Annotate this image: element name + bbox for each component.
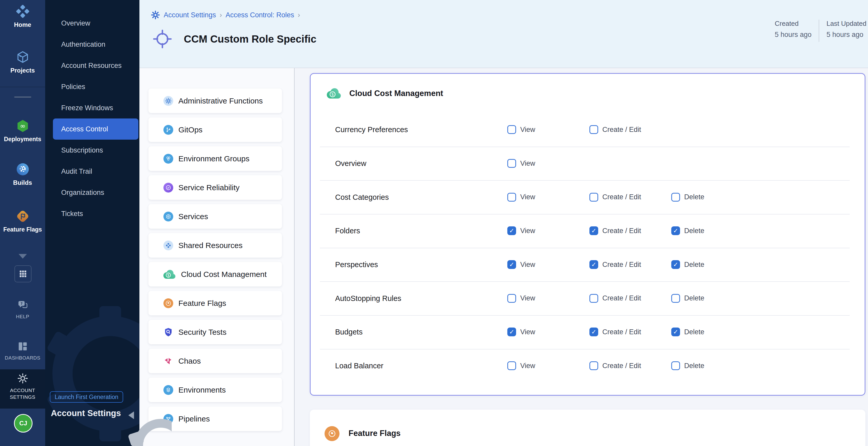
resource-group-label: Environments	[178, 386, 226, 394]
permission-resource-name: Currency Preferences	[335, 125, 408, 134]
sidebar-item-policies[interactable]: Policies	[45, 76, 140, 97]
service-reliability-icon	[163, 183, 173, 193]
ccm-cloud-icon: $	[327, 88, 342, 99]
cloud-cost-management-permissions-card: $ Cloud Cost Management Currency Prefere…	[310, 73, 865, 396]
next-card-title: Feature Flags	[348, 429, 401, 438]
checkbox-budgets-view[interactable]	[507, 327, 516, 336]
permission-cell-view: View	[507, 327, 535, 336]
checkbox-label: Create / Edit	[602, 126, 641, 134]
launch-first-generation-button[interactable]: Launch First Generation	[50, 391, 123, 403]
checkbox-perspectives-delete[interactable]	[671, 260, 680, 269]
feature-flags-permissions-card: Feature Flags	[310, 410, 865, 446]
permission-row-budgets: BudgetsViewCreate / EditDelete	[311, 315, 865, 349]
sidebar-footer-title: Account Settings	[51, 408, 121, 418]
resource-group-gitops[interactable]: GitOps	[149, 118, 282, 142]
permission-cell-delete: Delete	[671, 361, 704, 370]
last-updated-label: Last Updated	[827, 20, 866, 28]
checkbox-budgets-create-edit[interactable]	[589, 327, 598, 336]
sidebar-item-freeze-windows[interactable]: Freeze Windows	[45, 97, 140, 119]
resource-group-label: Chaos	[178, 357, 201, 365]
rail-item-feature-flags[interactable]: Feature Flags	[0, 210, 45, 233]
created-meta: Created 5 hours ago	[775, 20, 812, 39]
last-updated-value: 5 hours ago	[827, 31, 866, 39]
resource-group-administrative-functions[interactable]: Administrative Functions	[149, 89, 282, 113]
permission-cell-view: View	[507, 193, 535, 201]
checkbox-folders-create-edit[interactable]	[589, 226, 598, 235]
ccm-cloud-icon: $	[163, 270, 176, 279]
breadcrumb-link-access-control-roles[interactable]: Access Control: Roles	[226, 11, 294, 19]
permission-cell-create-edit: Create / Edit	[589, 226, 641, 235]
checkbox-cost-categories-delete[interactable]	[671, 193, 680, 201]
svg-text:?: ?	[21, 301, 23, 306]
checkbox-load-balancer-delete[interactable]	[671, 361, 680, 370]
resource-group-services[interactable]: Services	[149, 204, 282, 229]
rail-item-projects[interactable]: Projects	[0, 50, 45, 74]
rail-item-builds[interactable]: Builds	[0, 163, 45, 186]
permission-row-autostopping-rules: AutoStopping RulesViewCreate / EditDelet…	[311, 281, 865, 315]
sidebar-item-subscriptions[interactable]: Subscriptions	[45, 140, 140, 161]
resource-group-chaos[interactable]: Chaos	[149, 349, 282, 373]
checkbox-folders-delete[interactable]	[671, 226, 680, 235]
last-updated-meta: Last Updated 5 hours ago	[827, 20, 866, 39]
checkbox-budgets-delete[interactable]	[671, 327, 680, 336]
checkbox-currency-preferences-create-edit[interactable]	[589, 125, 598, 134]
permission-resource-name: Perspectives	[335, 260, 378, 269]
sidebar-item-organizations[interactable]: Organizations	[45, 182, 140, 203]
sidebar-collapse-arrow-icon[interactable]	[128, 411, 134, 419]
resource-group-environment-groups[interactable]: Environment Groups	[149, 146, 282, 171]
checkbox-label: View	[520, 362, 535, 370]
harness-home-icon	[16, 5, 29, 18]
permission-cell-view: View	[507, 294, 535, 303]
breadcrumb-link-account-settings[interactable]: Account Settings	[164, 11, 216, 19]
checkbox-cost-categories-view[interactable]	[507, 193, 516, 201]
checkbox-folders-view[interactable]	[507, 226, 516, 235]
rail-item-deployments[interactable]: ∞ Deployments	[0, 119, 45, 143]
checkbox-cost-categories-create-edit[interactable]	[589, 193, 598, 201]
resource-group-feature-flags[interactable]: Feature Flags	[149, 291, 282, 315]
rail-item-home[interactable]: Home	[0, 5, 45, 28]
svg-text:$: $	[167, 273, 169, 277]
checkbox-autostopping-rules-view[interactable]	[507, 294, 516, 303]
sidebar-item-overview[interactable]: Overview	[45, 13, 140, 34]
module-selector-button[interactable]	[14, 265, 31, 282]
environment-groups-icon	[163, 154, 173, 164]
sidebar-item-access-control[interactable]: Access Control	[53, 119, 138, 140]
permission-cell-create-edit: Create / Edit	[589, 361, 641, 370]
rail-dash-divider	[14, 97, 31, 98]
breadcrumb-separator: ›	[220, 11, 222, 19]
checkbox-autostopping-rules-create-edit[interactable]	[589, 294, 598, 303]
checkbox-label: View	[520, 193, 535, 201]
checkbox-label: Create / Edit	[602, 261, 641, 269]
checkbox-overview-view[interactable]	[507, 159, 516, 168]
resource-group-cloud-cost-management[interactable]: $Cloud Cost Management	[149, 262, 282, 286]
checkbox-currency-preferences-view[interactable]	[507, 125, 516, 134]
checkbox-label: View	[520, 126, 535, 134]
rail-dashboards-label: DASHBOARDS	[0, 355, 45, 361]
checkbox-load-balancer-view[interactable]	[507, 361, 516, 370]
created-label: Created	[775, 20, 812, 28]
resource-group-pipelines[interactable]: Pipelines	[149, 407, 282, 431]
sidebar-item-tickets[interactable]: Tickets	[45, 203, 140, 224]
builds-icon	[16, 163, 29, 176]
resource-group-shared-resources[interactable]: Shared Resources	[149, 233, 282, 258]
sidebar-item-authentication[interactable]: Authentication	[45, 34, 140, 55]
rail-item-help[interactable]: ? HELP	[0, 299, 45, 320]
sidebar-item-account-resources[interactable]: Account Resources	[45, 55, 140, 76]
checkbox-autostopping-rules-delete[interactable]	[671, 294, 680, 303]
rail-item-account-settings[interactable]: ACCOUNT SETTINGS	[0, 373, 45, 401]
resource-group-security-tests[interactable]: Security Tests	[149, 320, 282, 344]
checkbox-load-balancer-create-edit[interactable]	[589, 361, 598, 370]
chevron-down-icon[interactable]	[19, 254, 27, 259]
permission-cell-create-edit: Create / Edit	[589, 260, 641, 269]
checkbox-perspectives-create-edit[interactable]	[589, 260, 598, 269]
rail-builds-label: Builds	[0, 179, 45, 186]
resource-group-service-reliability[interactable]: Service Reliability	[149, 175, 282, 200]
sidebar-item-audit-trail[interactable]: Audit Trail	[45, 161, 140, 182]
content-area: Administrative FunctionsGitOpsEnvironmen…	[140, 68, 868, 446]
pipelines-icon	[163, 414, 173, 424]
checkbox-label: Create / Edit	[602, 362, 641, 370]
rail-item-dashboards[interactable]: DASHBOARDS	[0, 341, 45, 361]
user-avatar[interactable]: CJ	[14, 414, 33, 433]
checkbox-perspectives-view[interactable]	[507, 260, 516, 269]
resource-group-environments[interactable]: Environments	[149, 378, 282, 402]
